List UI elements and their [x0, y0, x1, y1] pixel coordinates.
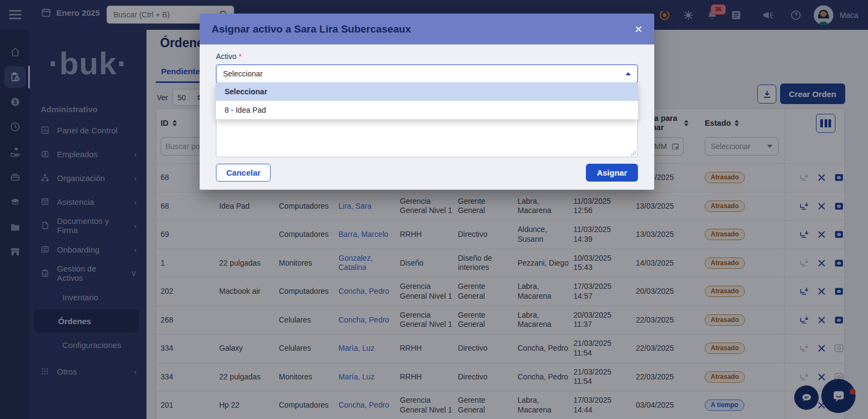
activo-select[interactable]: Seleccionar	[216, 65, 638, 83]
dropdown-option[interactable]: Seleccionar	[216, 82, 638, 101]
modal-title: Asignar activo a Sara Lira Subercaseaux	[212, 23, 411, 35]
assign-button[interactable]: Asignar	[586, 164, 638, 182]
dropdown-option[interactable]: 8 - Idea Pad	[216, 101, 638, 119]
cancel-button[interactable]: Cancelar	[216, 164, 271, 182]
modal-body: Activo * Seleccionar Seleccionar8 - Idea…	[200, 44, 654, 190]
resize-handle-icon[interactable]	[631, 150, 636, 156]
assign-asset-modal: Asignar activo a Sara Lira Subercaseaux …	[200, 14, 654, 190]
app-root: Enero 2025 36 Maca $	[0, 0, 868, 419]
required-asterisk: *	[239, 52, 241, 61]
activo-dropdown: Seleccionar8 - Idea Pad	[216, 82, 638, 119]
close-icon[interactable]: ×	[635, 23, 642, 36]
caret-up-icon	[626, 72, 631, 75]
activo-field-label: Activo *	[216, 52, 638, 61]
modal-header: Asignar activo a Sara Lira Subercaseaux …	[200, 14, 654, 44]
